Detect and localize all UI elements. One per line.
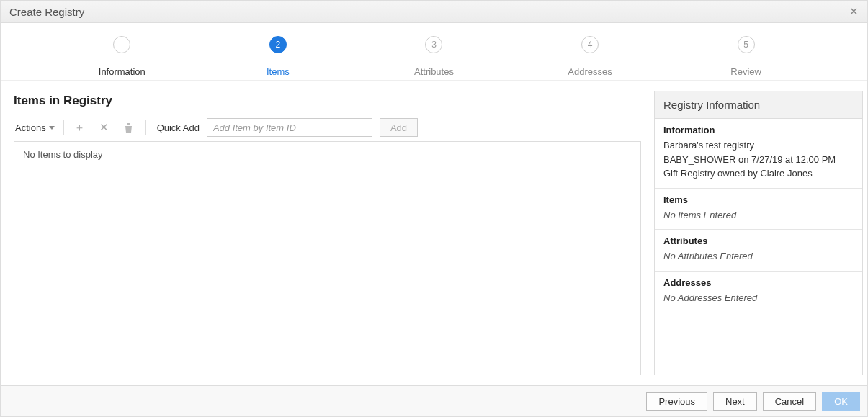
step-circle <box>113 36 130 53</box>
info-line: Gift Registry owned by Claire Jones <box>663 166 854 181</box>
dialog-footer: Previous Next Cancel OK <box>1 385 867 416</box>
separator <box>145 120 146 135</box>
close-icon[interactable]: ✕ <box>849 5 859 18</box>
section-heading: Items in Registry <box>14 94 641 108</box>
registry-info-panel: Registry Information Information Barbara… <box>654 91 863 375</box>
delete-icon[interactable] <box>120 119 138 136</box>
step-addresses[interactable]: 4 Addresses <box>512 36 668 77</box>
step-label: Information <box>99 66 146 77</box>
side-panel-title: Registry Information <box>655 91 862 119</box>
step-review[interactable]: 5 Review <box>668 36 824 77</box>
info-line: BABY_SHOWER on 7/27/19 at 12:00 PM <box>663 153 854 167</box>
quickadd-label: Quick Add <box>157 122 200 133</box>
dialog-body: Items in Registry Actions ＋ ✕ Quick Add … <box>1 81 867 385</box>
step-label: Review <box>730 66 761 77</box>
actions-menu[interactable]: Actions <box>14 120 56 136</box>
section-heading: Items <box>663 194 854 205</box>
step-items[interactable]: 2 Items <box>200 36 357 77</box>
items-toolbar: Actions ＋ ✕ Quick Add Add <box>14 118 641 137</box>
info-section-attributes: Attributes No Attributes Entered <box>655 230 862 272</box>
previous-button[interactable]: Previous <box>646 392 707 411</box>
step-circle: 3 <box>425 36 442 53</box>
empty-text: No Items Entered <box>663 208 854 223</box>
create-registry-dialog: Create Registry ✕ Information 2 Items 3 … <box>0 0 868 417</box>
empty-text: No Addresses Entered <box>663 291 854 305</box>
titlebar: Create Registry ✕ <box>1 1 867 23</box>
step-circle: 5 <box>738 36 755 53</box>
section-heading: Attributes <box>663 236 854 246</box>
info-section-items: Items No Items Entered <box>655 189 862 230</box>
info-section-information: Information Barbara's test registry BABY… <box>655 119 862 189</box>
empty-text: No Attributes Entered <box>663 249 854 264</box>
remove-icon[interactable]: ✕ <box>96 119 113 136</box>
step-information[interactable]: Information <box>44 36 200 77</box>
main-panel: Items in Registry Actions ＋ ✕ Quick Add … <box>1 81 654 385</box>
actions-label: Actions <box>15 122 46 133</box>
section-heading: Information <box>663 125 854 135</box>
section-heading: Addresses <box>663 277 854 288</box>
ok-button[interactable]: OK <box>822 392 860 411</box>
chevron-down-icon <box>49 126 55 130</box>
step-label: Attributes <box>414 66 454 77</box>
separator <box>63 120 64 135</box>
info-section-addresses: Addresses No Addresses Entered <box>655 272 862 375</box>
next-button[interactable]: Next <box>713 392 757 411</box>
step-attributes[interactable]: 3 Attributes <box>356 36 512 77</box>
step-label: Items <box>267 66 290 77</box>
cancel-button[interactable]: Cancel <box>763 392 816 411</box>
items-list: No Items to display <box>14 141 641 375</box>
wizard-stepper: Information 2 Items 3 Attributes 4 Addre… <box>1 23 867 81</box>
add-icon[interactable]: ＋ <box>71 119 89 136</box>
step-circle: 2 <box>269 36 287 53</box>
step-circle: 4 <box>581 36 599 53</box>
empty-message: No Items to display <box>23 149 103 160</box>
info-line: Barbara's test registry <box>663 138 854 153</box>
quickadd-add-button[interactable]: Add <box>380 118 418 137</box>
quickadd-input[interactable] <box>207 118 372 137</box>
step-label: Addresses <box>568 66 612 77</box>
dialog-title: Create Registry <box>9 6 84 18</box>
